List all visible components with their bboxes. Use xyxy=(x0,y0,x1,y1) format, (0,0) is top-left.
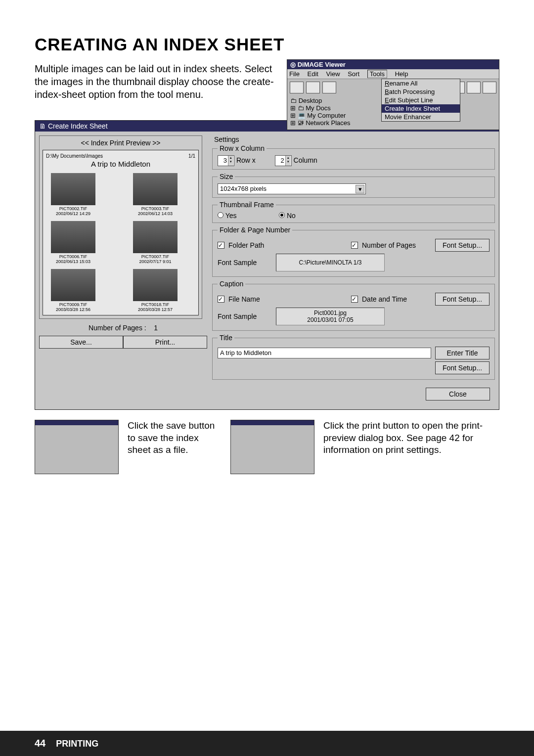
folder-path-checkbox[interactable] xyxy=(218,242,224,249)
tools-movie-enhancer[interactable]: Movie Enhancer xyxy=(382,113,460,121)
print-dialog-thumbnail xyxy=(230,420,314,474)
menu-tools[interactable]: Tools xyxy=(367,70,387,78)
toolbar-icon[interactable] xyxy=(322,82,336,93)
print-button[interactable]: Print... xyxy=(123,336,207,349)
preview-thumbnail: PICT0006.TIF2002/06/13 15:03 xyxy=(46,221,100,264)
save-dialog-thumbnail xyxy=(35,420,119,474)
toolbar-icon[interactable] xyxy=(290,82,304,93)
save-button[interactable]: Save... xyxy=(39,336,123,349)
tools-dropdown[interactable]: RRename Allename All Batch Processing Ed… xyxy=(381,79,460,122)
row-spinner[interactable]: 3 xyxy=(218,155,234,166)
preview-thumbnail: PICT0007.TIF2002/07/17 9:01 xyxy=(128,221,182,264)
preview-thumbnail: PICT0018.TIF2003/03/28 12:57 xyxy=(128,269,182,312)
index-print-preview: << Index Print Preview >> D:\My Document… xyxy=(39,135,202,319)
settings-label: Settings xyxy=(214,135,495,143)
close-button[interactable]: Close xyxy=(426,388,490,400)
datetime-checkbox[interactable] xyxy=(351,296,358,303)
title-input[interactable]: A trip to Middleton xyxy=(218,348,431,358)
preview-thumbnail: PICT0002.TIF2002/06/12 14:29 xyxy=(46,173,100,216)
preview-thumbnail: PICT0003.TIF2002/06/12 14:03 xyxy=(128,173,182,216)
preview-sheet-title: A trip to Middleton xyxy=(46,160,195,168)
caption-group: Caption File Name Date and Time Font Set… xyxy=(212,280,495,331)
num-pages-label: Number of Pages : xyxy=(89,324,146,332)
column-spinner[interactable]: 2 xyxy=(275,155,292,166)
toolbar-icon[interactable] xyxy=(306,82,320,93)
intro-paragraph: Multiple images can be laid out in index… xyxy=(35,62,277,130)
view-icon[interactable] xyxy=(483,82,496,93)
folder-font-setup-button[interactable]: Font Setup... xyxy=(435,239,490,252)
menubar[interactable]: File Edit View Sort Tools Help xyxy=(287,69,499,79)
view-icon[interactable] xyxy=(467,82,481,93)
tools-edit-subject[interactable]: Edit Subject Line xyxy=(382,96,460,104)
tools-rename-all[interactable]: RRename Allename All xyxy=(382,79,460,88)
dimage-viewer-window: ◎ DiMAGE Viewer File Edit View Sort Tool… xyxy=(287,59,499,130)
menu-help[interactable]: Help xyxy=(395,70,408,78)
caption-font-setup-button[interactable]: Font Setup... xyxy=(435,293,490,306)
tools-batch[interactable]: Batch Processing xyxy=(382,88,460,96)
row-column-group: Row x Column 3 Row x 2 Column xyxy=(212,144,495,170)
num-pages-checkbox[interactable] xyxy=(351,242,358,249)
column-label: Column xyxy=(294,156,317,164)
size-group: Size 1024x768 pixels xyxy=(212,173,495,198)
preview-path: D:\My Documents\Images xyxy=(46,153,103,159)
viewer-titlebar: ◎ DiMAGE Viewer xyxy=(287,60,499,69)
page-title: CREATING AN INDEX SHEET xyxy=(35,35,499,54)
folder-font-sample: C:\Picture\MINOLTA 1/3 xyxy=(276,254,385,271)
print-callout-text: Click the print button to open the print… xyxy=(323,420,499,474)
menu-sort[interactable]: Sort xyxy=(348,70,359,78)
caption-font-sample: Pict0001.jpg 2001/03/01 07:05 xyxy=(276,308,385,325)
preview-page-indicator: 1/1 xyxy=(188,153,195,159)
thumbnail-frame-group: Thumbnail Frame Yes No xyxy=(212,201,495,223)
title-group: Title A trip to Middleton Enter Title Fo… xyxy=(212,334,495,380)
menu-edit[interactable]: Edit xyxy=(308,70,318,78)
enter-title-button[interactable]: Enter Title xyxy=(435,347,490,359)
num-pages-value: 1 xyxy=(154,324,158,332)
menu-file[interactable]: File xyxy=(289,70,300,78)
create-index-sheet-dialog: 🗎 Create Index Sheet << Index Print Prev… xyxy=(35,120,499,410)
preview-header: << Index Print Preview >> xyxy=(43,139,199,147)
menu-view[interactable]: View xyxy=(326,70,340,78)
frame-no-radio[interactable] xyxy=(279,212,285,218)
preview-thumbnail: PICT0009.TIF2003/03/28 12:56 xyxy=(46,269,100,312)
folder-page-group: Folder & Page Number Folder Path Number … xyxy=(212,226,495,277)
title-font-setup-button[interactable]: Font Setup... xyxy=(435,361,490,374)
filename-checkbox[interactable] xyxy=(218,296,224,303)
size-select[interactable]: 1024x768 pixels xyxy=(218,183,366,194)
row-label: Row x xyxy=(236,156,256,164)
save-callout-text: Click the save button to save the index … xyxy=(128,420,222,474)
tools-create-index-sheet[interactable]: Create Index Sheet xyxy=(382,104,460,113)
frame-yes-radio[interactable] xyxy=(218,212,223,218)
